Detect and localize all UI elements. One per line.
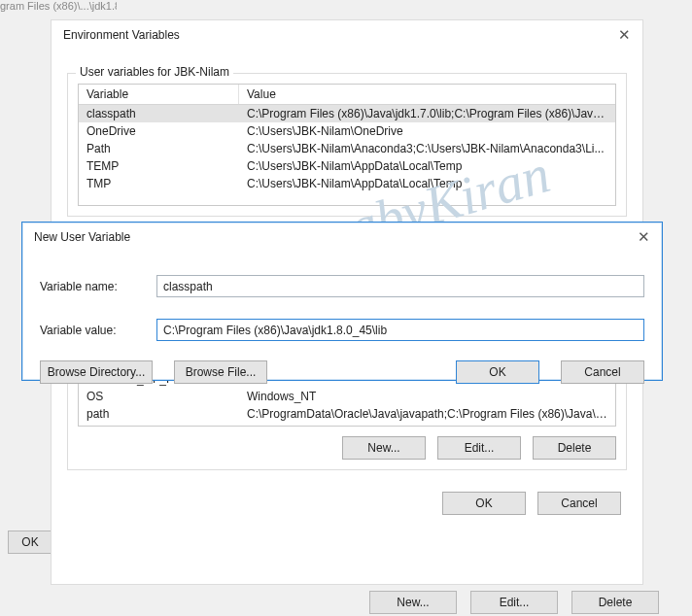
- env-dialog-title: Environment Variables: [63, 20, 180, 50]
- table-header: Variable Value: [79, 85, 615, 105]
- table-row[interactable]: TEMP C:\Users\JBK-Nilam\AppData\Local\Te…: [79, 157, 615, 175]
- mid-delete-button: Delete: [571, 591, 659, 614]
- row-var: TMP: [79, 175, 239, 192]
- bg-ok-button: OK: [8, 530, 52, 554]
- row-var: TEMP: [79, 157, 239, 175]
- user-variables-legend: User variables for JBK-Nilam: [76, 65, 233, 79]
- bg-link: Administrat: [0, 155, 58, 185]
- user-variables-table[interactable]: Variable Value classpath C:\Program File…: [78, 84, 616, 206]
- close-icon[interactable]: ✕: [638, 222, 650, 252]
- row-val: C:\Users\JBK-Nilam\AppData\Local\Temp: [239, 157, 615, 175]
- sys-delete-button[interactable]: Delete: [533, 436, 616, 460]
- bg-path-crumb: gram Files (x86)\...\jdk1.8.0_45\...\lib: [0, 0, 117, 14]
- sys-edit-button[interactable]: Edit...: [437, 436, 521, 460]
- sys-new-button[interactable]: New...: [342, 436, 426, 460]
- table-row[interactable]: Path C:\Users\JBK-Nilam\Anaconda3;C:\Use…: [79, 140, 615, 157]
- nv-ok-button[interactable]: OK: [456, 360, 539, 384]
- env-dialog-buttons: OK Cancel: [67, 492, 627, 515]
- table-row[interactable]: path C:\ProgramData\Oracle\Java\javapath…: [79, 405, 615, 423]
- row-val: C:\Users\JBK-Nilam\AppData\Local\Temp: [239, 175, 615, 192]
- mid-edit-button: Edit...: [470, 591, 558, 614]
- col-variable-header[interactable]: Variable: [79, 85, 239, 104]
- env-cancel-button[interactable]: Cancel: [537, 492, 621, 515]
- nv-cancel-button[interactable]: Cancel: [561, 360, 644, 384]
- user-variables-group: User variables for JBK-Nilam Variable Va…: [67, 73, 627, 217]
- nv-title-bar: New User Variable ✕: [22, 222, 662, 252]
- browse-directory-button[interactable]: Browse Directory...: [40, 360, 153, 384]
- env-ok-button[interactable]: OK: [442, 492, 526, 515]
- close-icon[interactable]: ✕: [618, 20, 631, 50]
- row-val: C:\Users\JBK-Nilam\OneDrive: [239, 122, 615, 140]
- variable-name-input[interactable]: [156, 275, 644, 297]
- browse-file-button[interactable]: Browse File...: [174, 360, 267, 384]
- table-row[interactable]: classpath C:\Program Files (x86)\Java\jd…: [79, 105, 615, 122]
- variable-name-label: Variable name:: [40, 280, 156, 293]
- system-vars-buttons: New... Edit... Delete: [78, 436, 616, 460]
- row-var: classpath: [79, 105, 239, 122]
- row-var: path: [79, 405, 239, 423]
- nv-dialog-title: New User Variable: [34, 222, 130, 252]
- variable-value-label: Variable value:: [40, 324, 156, 337]
- row-var: Path: [79, 140, 239, 157]
- env-title-bar: Environment Variables ✕: [52, 20, 642, 50]
- table-row[interactable]: TMP C:\Users\JBK-Nilam\AppData\Local\Tem…: [79, 175, 615, 192]
- variable-value-input[interactable]: [156, 319, 644, 341]
- bg-link: Advanced: [0, 126, 58, 155]
- row-var: OneDrive: [79, 122, 239, 140]
- mid-layer-buttons: New... Edit... Delete: [369, 591, 659, 614]
- table-row[interactable]: OneDrive C:\Users\JBK-Nilam\OneDrive: [79, 122, 615, 140]
- mid-new-button: New...: [369, 591, 457, 614]
- col-value-header[interactable]: Value: [239, 85, 615, 104]
- row-val: C:\Program Files (x86)\Java\jdk1.7.0\lib…: [239, 105, 615, 122]
- new-user-variable-dialog: New User Variable ✕ Variable name: Varia…: [21, 222, 663, 381]
- row-val: C:\Users\JBK-Nilam\Anaconda3;C:\Users\JB…: [239, 140, 615, 157]
- row-val: C:\ProgramData\Oracle\Java\javapath;C:\P…: [239, 405, 615, 423]
- bg-link: [0, 185, 58, 200]
